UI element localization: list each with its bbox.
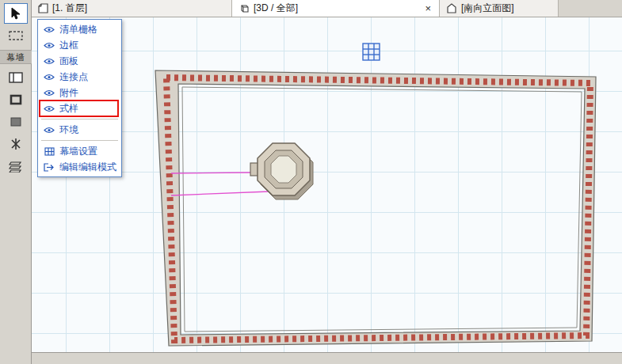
- marquee-button[interactable]: [4, 25, 28, 46]
- eye-icon: [43, 42, 55, 49]
- tab-label: [1. 首层]: [52, 2, 87, 15]
- curtain-wall-inner-outline: [178, 84, 585, 335]
- menu-item-edit-mode[interactable]: 编辑编辑模式: [38, 159, 121, 175]
- tab-label: [3D / 全部]: [254, 2, 298, 15]
- menu-item-panel[interactable]: 面板: [38, 53, 121, 69]
- toolbar-group-label: 幕墙: [0, 50, 32, 64]
- menu-item-junction[interactable]: 连接点: [38, 69, 121, 85]
- menu-item-label: 幕墙设置: [59, 145, 97, 158]
- elevation-icon: [446, 3, 457, 13]
- menu-item-style[interactable]: 式样: [38, 100, 121, 116]
- menu-item-label: 清单栅格: [59, 23, 97, 36]
- tab-label: [南向立面图]: [461, 2, 514, 15]
- menu-separator: [41, 140, 118, 141]
- menu-item-border[interactable]: 边框: [38, 37, 121, 53]
- eye-icon: [43, 89, 55, 97]
- accessory-tool-icon: [9, 160, 23, 173]
- menu-separator: [41, 119, 118, 119]
- junction-tool-icon: [10, 138, 22, 150]
- menu-item-label: 附件: [59, 86, 78, 100]
- curtain-wall-frame-hatch: [166, 78, 590, 340]
- curtain-wall-outer-outline: [155, 70, 596, 346]
- horizontal-scrollbar[interactable]: [32, 352, 622, 364]
- boundary-tool-icon: [9, 72, 23, 83]
- curtain-wall-grid-symbol[interactable]: [363, 44, 380, 60]
- menu-item-attachment[interactable]: 附件: [38, 85, 121, 100]
- story-icon: [38, 3, 48, 13]
- tab-first-story[interactable]: [1. 首层]: [32, 0, 232, 17]
- close-tab-icon[interactable]: ×: [423, 3, 433, 13]
- menu-item-label: 式样: [59, 102, 78, 116]
- eye-icon: [43, 127, 55, 134]
- exit-edit-mode-icon: [43, 163, 55, 172]
- menu-item-list-grid[interactable]: 清单栅格: [38, 21, 121, 37]
- curtain-wall-visibility-menu: 清单栅格 边框 面板 连接点: [37, 19, 122, 177]
- eye-icon: [43, 105, 55, 112]
- curtain-wall-accessory-button[interactable]: [4, 156, 28, 176]
- tab-bar: [1. 首层] [3D / 全部] × [南向立面图]: [32, 0, 622, 17]
- tab-south-elevation[interactable]: [南向立面图]: [440, 0, 559, 17]
- curtain-wall-inner-line: [182, 87, 582, 332]
- curtain-wall-frame-button[interactable]: [4, 89, 28, 110]
- marquee-icon: [9, 30, 23, 41]
- menu-item-environment[interactable]: 环境: [38, 122, 121, 138]
- menu-item-label: 面板: [59, 55, 78, 68]
- curtain-wall-junction-button[interactable]: [4, 134, 28, 154]
- menu-item-curtain-wall-settings[interactable]: 幕墙设置: [38, 143, 121, 159]
- octagon-junction-object[interactable]: [250, 143, 313, 199]
- cube-3d-icon: [238, 3, 250, 13]
- curtain-wall-boundary-button[interactable]: [4, 67, 28, 88]
- menu-item-label: 边框: [59, 39, 78, 52]
- frame-tool-icon: [10, 94, 22, 105]
- curtain-wall-frame-band: [155, 70, 596, 346]
- panel-tool-icon: [10, 116, 22, 127]
- eye-icon: [43, 74, 55, 81]
- curtain-wall-panel-button[interactable]: [4, 112, 28, 132]
- menu-item-label: 编辑编辑模式: [59, 161, 116, 174]
- settings-grid-icon: [43, 147, 55, 156]
- menu-item-label: 连接点: [59, 70, 88, 84]
- tab-3d-all[interactable]: [3D / 全部] ×: [232, 0, 440, 17]
- eye-icon: [43, 58, 55, 65]
- tab-bar-filler: [559, 0, 622, 17]
- select-arrow-button[interactable]: [4, 3, 28, 24]
- left-toolbar: 幕墙: [0, 0, 32, 364]
- magenta-guide-line-2: [171, 191, 269, 195]
- arrow-cursor-icon: [10, 7, 21, 20]
- eye-icon: [43, 26, 55, 33]
- menu-item-label: 环境: [59, 123, 78, 137]
